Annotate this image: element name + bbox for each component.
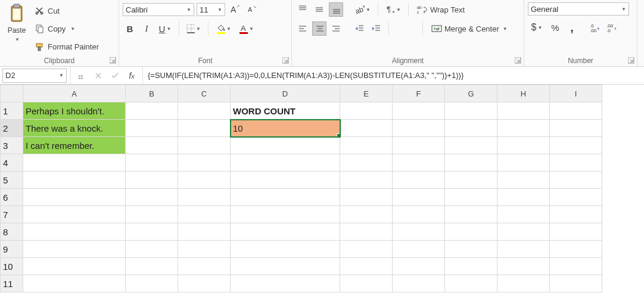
- cell-E2[interactable]: [340, 120, 393, 137]
- cell-F6[interactable]: [393, 189, 445, 206]
- decrease-indent-button[interactable]: [353, 21, 367, 36]
- column-header-F[interactable]: F: [393, 85, 445, 102]
- cell-A1[interactable]: Perhaps I shouldn't.: [23, 102, 126, 120]
- cell-G5[interactable]: [445, 172, 497, 189]
- increase-decimal-button[interactable]: .0.00: [587, 20, 602, 35]
- cell-G11[interactable]: [445, 275, 497, 292]
- font-name-select[interactable]: Calibri ▼: [123, 3, 194, 16]
- number-launcher-button[interactable]: [628, 57, 634, 64]
- align-bottom-button[interactable]: [329, 2, 343, 17]
- row-header-7[interactable]: 7: [1, 206, 23, 223]
- paste-button[interactable]: Paste ▼: [4, 2, 30, 55]
- cell-C9[interactable]: [178, 241, 231, 258]
- copy-button[interactable]: Copy ▼: [32, 23, 101, 35]
- cell-F10[interactable]: [393, 258, 445, 275]
- cell-I5[interactable]: [550, 172, 602, 189]
- fx-button[interactable]: fx: [123, 67, 140, 84]
- cell-E7[interactable]: [340, 206, 393, 223]
- bold-button[interactable]: B: [123, 21, 137, 36]
- cell-H8[interactable]: [497, 223, 550, 241]
- cell-A5[interactable]: [23, 172, 126, 189]
- column-header-E[interactable]: E: [340, 85, 393, 102]
- cell-E6[interactable]: [340, 189, 393, 206]
- cell-E9[interactable]: [340, 241, 393, 258]
- row-header-5[interactable]: 5: [1, 172, 23, 189]
- accounting-format-button[interactable]: $▼: [528, 20, 546, 35]
- cell-D9[interactable]: [231, 241, 340, 258]
- merge-center-button[interactable]: a Merge & Center ▼: [428, 23, 511, 35]
- text-direction-button[interactable]: ¶ ▼: [383, 2, 403, 17]
- percent-format-button[interactable]: %: [548, 20, 562, 35]
- cell-D5[interactable]: [231, 172, 340, 189]
- cell-D7[interactable]: [231, 206, 340, 223]
- cell-B7[interactable]: [126, 206, 178, 223]
- cell-C4[interactable]: [178, 154, 231, 172]
- name-box[interactable]: D2 ▼: [2, 68, 67, 83]
- align-middle-button[interactable]: [312, 2, 326, 17]
- column-header-I[interactable]: I: [550, 85, 602, 102]
- column-header-H[interactable]: H: [497, 85, 550, 102]
- cell-I4[interactable]: [550, 154, 602, 172]
- row-header-1[interactable]: 1: [1, 102, 23, 120]
- cell-E1[interactable]: [340, 102, 393, 120]
- cell-F7[interactable]: [393, 206, 445, 223]
- align-center-button[interactable]: [312, 21, 326, 36]
- wrap-text-button[interactable]: abc Wrap Text: [413, 4, 468, 15]
- cell-F3[interactable]: [393, 137, 445, 154]
- cell-A3[interactable]: I can't remember.: [23, 137, 126, 154]
- cell-E5[interactable]: [340, 172, 393, 189]
- row-header-10[interactable]: 10: [1, 258, 23, 275]
- cell-G9[interactable]: [445, 241, 497, 258]
- cell-C10[interactable]: [178, 258, 231, 275]
- cell-H4[interactable]: [497, 154, 550, 172]
- fill-color-button[interactable]: ▼: [213, 21, 234, 36]
- cell-C2[interactable]: [178, 120, 231, 137]
- cell-B9[interactable]: [126, 241, 178, 258]
- column-header-D[interactable]: D: [231, 85, 340, 102]
- cell-B2[interactable]: [126, 120, 178, 137]
- cell-I8[interactable]: [550, 223, 602, 241]
- cell-E4[interactable]: [340, 154, 393, 172]
- cell-D8[interactable]: [231, 223, 340, 241]
- cell-G2[interactable]: [445, 120, 497, 137]
- select-all-corner[interactable]: [1, 85, 23, 102]
- decrease-font-size-button[interactable]: A: [244, 2, 259, 17]
- cell-B4[interactable]: [126, 154, 178, 172]
- cell-E10[interactable]: [340, 258, 393, 275]
- cell-A4[interactable]: [23, 154, 126, 172]
- cell-A2[interactable]: There was a knock.: [23, 120, 126, 137]
- column-header-A[interactable]: A: [23, 85, 126, 102]
- cell-D1[interactable]: WORD COUNT: [231, 102, 340, 120]
- cell-H2[interactable]: [497, 120, 550, 137]
- cell-G3[interactable]: [445, 137, 497, 154]
- column-header-B[interactable]: B: [126, 85, 178, 102]
- cell-H1[interactable]: [497, 102, 550, 120]
- cell-A10[interactable]: [23, 258, 126, 275]
- font-launcher-button[interactable]: [282, 57, 289, 64]
- row-header-3[interactable]: 3: [1, 137, 23, 154]
- cell-B11[interactable]: [126, 275, 178, 292]
- align-left-button[interactable]: [295, 21, 310, 36]
- cell-I7[interactable]: [550, 206, 602, 223]
- decrease-decimal-button[interactable]: .00.0: [604, 20, 618, 35]
- increase-font-size-button[interactable]: A: [228, 2, 242, 17]
- cell-D4[interactable]: [231, 154, 340, 172]
- cell-G4[interactable]: [445, 154, 497, 172]
- cell-D6[interactable]: [231, 189, 340, 206]
- align-top-button[interactable]: [295, 2, 310, 17]
- row-header-11[interactable]: 11: [1, 275, 23, 292]
- cell-I10[interactable]: [550, 258, 602, 275]
- cell-I11[interactable]: [550, 275, 602, 292]
- cell-F8[interactable]: [393, 223, 445, 241]
- font-color-button[interactable]: A ▼: [236, 21, 256, 36]
- row-header-9[interactable]: 9: [1, 241, 23, 258]
- cell-C11[interactable]: [178, 275, 231, 292]
- cell-E8[interactable]: [340, 223, 393, 241]
- cell-A9[interactable]: [23, 241, 126, 258]
- cell-H3[interactable]: [497, 137, 550, 154]
- border-button[interactable]: ▼: [184, 21, 203, 36]
- cell-C8[interactable]: [178, 223, 231, 241]
- font-size-select[interactable]: 11 ▼: [197, 3, 225, 16]
- cell-E3[interactable]: [340, 137, 393, 154]
- cell-C6[interactable]: [178, 189, 231, 206]
